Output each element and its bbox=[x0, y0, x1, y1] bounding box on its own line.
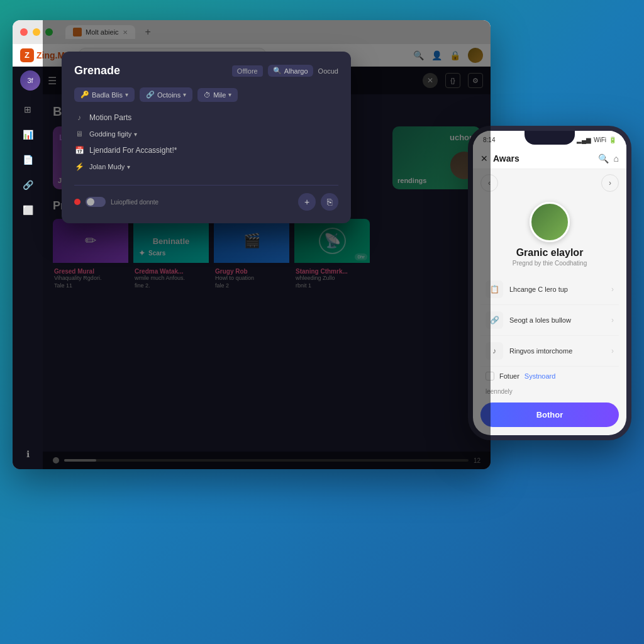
phone-menu-arrow-2: › bbox=[611, 347, 614, 355]
toggle-switch[interactable] bbox=[86, 197, 106, 207]
phone-checkbox-label: Fotuer bbox=[499, 372, 519, 380]
modal-footer-right: + ⎘ bbox=[298, 193, 338, 211]
dropdown-godding[interactable]: Godding figity ▾ bbox=[89, 130, 137, 138]
modal-right-label: Oocud bbox=[318, 67, 338, 75]
modal-badge: Offlore bbox=[232, 65, 263, 77]
phone-notch bbox=[525, 131, 575, 145]
motion-icon: ♪ bbox=[74, 113, 84, 122]
chevron-2: ▾ bbox=[183, 91, 186, 98]
phone-menu-emoji-0: 📋 bbox=[490, 285, 499, 294]
app-sidebar: ⊞ 📊 📄 🔗 ⬜ ℹ bbox=[13, 94, 43, 469]
phone-menu-item-2[interactable]: ♪ Ringvos imtorchome › bbox=[480, 336, 619, 367]
dropdown-godding-text: Godding figity bbox=[89, 130, 131, 138]
phone-footer-label: leenndely bbox=[480, 386, 619, 397]
phone-checkbox-row: Fotuer Systnoard bbox=[480, 367, 619, 386]
phone-menu-text-1: Seogt a loles bullow bbox=[509, 316, 605, 324]
chevron-3: ▾ bbox=[228, 91, 231, 98]
footer-plus-button[interactable]: + bbox=[298, 193, 316, 211]
modal-footer: Luiopflied donnte + ⎘ bbox=[74, 185, 338, 211]
sidebar-icon-chart[interactable]: 📊 bbox=[20, 127, 35, 142]
modal-dialog: Grenade Offlore 🔍 Alhargo Oocud 🔑 Badla … bbox=[62, 52, 351, 223]
phone-statusbar-right: ▂▄▆ WiFi 🔋 bbox=[577, 136, 616, 143]
modal-item-godding[interactable]: 🖥 Godding figity ▾ bbox=[74, 126, 338, 142]
phone-menu-text-2: Ringvos imtorchome bbox=[509, 347, 605, 355]
modal-item-ljendarid[interactable]: 📅 Ljendarid For Accassight!* bbox=[74, 142, 338, 158]
phone-avatar-section bbox=[480, 202, 619, 242]
modal-header: Grenade Offlore 🔍 Alhargo Oocud bbox=[74, 64, 338, 77]
dropdown-jolan-text: Jolan Mudy bbox=[89, 163, 125, 170]
sidebar-icon-screen[interactable]: ⬜ bbox=[20, 203, 35, 218]
phone-nav-arrows: ‹ › bbox=[480, 169, 619, 197]
sidebar-icon-link[interactable]: 🔗 bbox=[20, 177, 35, 192]
traffic-light-red[interactable] bbox=[20, 28, 28, 36]
sidebar-icon-grid[interactable]: ⊞ bbox=[20, 102, 35, 117]
phone-body: ‹ › Granic elaylor Pregnd by thie Coodha… bbox=[473, 169, 626, 432]
phone-signal-icon: ▂▄▆ bbox=[577, 136, 591, 143]
rec-indicator bbox=[74, 199, 80, 205]
dropdown-icon-3: ⏱ bbox=[204, 91, 211, 99]
phone-screen: 8:14 ▂▄▆ WiFi 🔋 ✕ Awars 🔍 ⌂ ‹ › Gr bbox=[473, 131, 626, 435]
footer-label: Luiopflied donnte bbox=[111, 199, 158, 206]
dropdown-text-2: Octoins bbox=[157, 91, 180, 99]
modal-header-right: Offlore 🔍 Alhargo Oocud bbox=[232, 65, 338, 77]
dropdown-jolan[interactable]: Jolan Mudy ▾ bbox=[89, 163, 130, 170]
phone-nav-forward[interactable]: › bbox=[601, 174, 619, 192]
ljendarid-icon: 📅 bbox=[74, 146, 84, 155]
phone-menu-arrow-1: › bbox=[611, 316, 614, 325]
app-user-avatar: 3f bbox=[20, 70, 40, 91]
phone-menu-emoji-1: 🔗 bbox=[490, 316, 499, 325]
modal-overlay[interactable]: Grenade Offlore 🔍 Alhargo Oocud 🔑 Badla … bbox=[43, 20, 491, 469]
phone-person-avatar bbox=[530, 202, 570, 242]
phone-wifi-icon: WiFi bbox=[594, 136, 606, 143]
phone-screen-title: Awars bbox=[493, 153, 593, 164]
logo-z: Z bbox=[20, 48, 34, 62]
modal-footer-left: Luiopflied donnte bbox=[74, 197, 158, 207]
sidebar-icon-info[interactable]: ℹ bbox=[20, 447, 35, 462]
dropdown-text-1: Badla Blis bbox=[92, 91, 123, 99]
phone-menu-arrow-0: › bbox=[611, 285, 614, 294]
godding-icon: 🖥 bbox=[74, 130, 84, 138]
modal-item-ljendarid-text: Ljendarid For Accassight!* bbox=[89, 146, 177, 155]
chevron-godding: ▾ bbox=[134, 131, 137, 138]
modal-search-icon: 🔍 bbox=[273, 67, 282, 75]
phone-menu-text-0: Lhcange C lero tup bbox=[509, 286, 605, 293]
modal-dropdowns-row: 🔑 Badla Blis ▾ 🔗 Octoins ▾ ⏱ Mile ▾ bbox=[74, 87, 338, 102]
phone-menu-item-0[interactable]: 📋 Lhcange C lero tup › bbox=[480, 274, 619, 305]
app-window: 3f ☰ Plears Miich ✕ {} ⚙ ⊞ 📊 📄 🔗 ⬜ ℹ Bre… bbox=[13, 67, 491, 469]
dropdown-octoins[interactable]: 🔗 Octoins ▾ bbox=[140, 87, 192, 102]
traffic-light-yellow[interactable] bbox=[33, 28, 40, 36]
phone-cta-button[interactable]: Bothor bbox=[480, 402, 619, 427]
modal-item-motion[interactable]: ♪ Motion Parts bbox=[74, 109, 338, 126]
dropdown-text-3: Mile bbox=[213, 91, 226, 99]
browser-window: Molt abieic ✕ + Z Zing.MP 🔍 👤 🔒 3f ☰ Ple bbox=[13, 20, 491, 469]
phone-device: 8:14 ▂▄▆ WiFi 🔋 ✕ Awars 🔍 ⌂ ‹ › Gr bbox=[468, 126, 631, 440]
jolan-icon: ⚡ bbox=[74, 162, 84, 171]
phone-person-subtitle: Pregnd by thie Coodhating bbox=[480, 260, 619, 267]
chevron-1: ▾ bbox=[125, 91, 128, 98]
sidebar-icon-doc[interactable]: 📄 bbox=[20, 152, 35, 167]
modal-title: Grenade bbox=[74, 64, 120, 77]
phone-home-button[interactable]: ⌂ bbox=[614, 153, 619, 164]
modal-search[interactable]: 🔍 Alhargo bbox=[268, 65, 313, 77]
footer-copy-button[interactable]: ⎘ bbox=[321, 193, 338, 211]
dropdown-mile[interactable]: ⏱ Mile ▾ bbox=[197, 88, 238, 102]
dropdown-icon-1: 🔑 bbox=[80, 91, 89, 99]
modal-item-motion-text: Motion Parts bbox=[89, 113, 131, 122]
phone-checkbox-link[interactable]: Systnoard bbox=[525, 372, 556, 380]
modal-search-text: Alhargo bbox=[284, 67, 308, 75]
phone-battery-icon: 🔋 bbox=[609, 136, 616, 143]
modal-item-jolan[interactable]: ⚡ Jolan Mudy ▾ bbox=[74, 158, 338, 175]
chevron-jolan: ▾ bbox=[127, 164, 130, 170]
phone-menu-item-1[interactable]: 🔗 Seogt a loles bullow › bbox=[480, 305, 619, 336]
phone-search-button[interactable]: 🔍 bbox=[598, 153, 609, 164]
phone-topbar: ✕ Awars 🔍 ⌂ bbox=[473, 148, 626, 169]
toggle-knob bbox=[87, 198, 94, 206]
phone-menu-emoji-2: ♪ bbox=[492, 347, 496, 355]
phone-person-name: Granic elaylor bbox=[480, 247, 619, 258]
dropdown-icon-2: 🔗 bbox=[146, 91, 155, 99]
dropdown-badla[interactable]: 🔑 Badla Blis ▾ bbox=[74, 87, 135, 102]
